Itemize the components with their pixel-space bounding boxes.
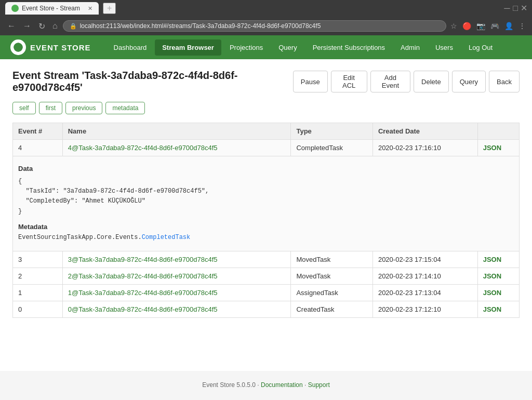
json-link-1[interactable]: JSON <box>483 289 501 297</box>
table-row: 1 1@Task-3a7daba9-872c-4f4d-8d6f-e9700d7… <box>13 284 520 301</box>
nav-links: self first previous metadata <box>12 102 520 114</box>
event-type-3: MovedTask <box>291 251 373 268</box>
data-content: { "TaskId": "3a7daba9-872c-4f4d-8d6f-e97… <box>18 175 514 219</box>
table-row: 0 0@Task-3a7daba9-872c-4f4d-8d6f-e9700d7… <box>13 301 520 317</box>
nav-query[interactable]: Query <box>271 39 304 56</box>
home-button[interactable]: ⌂ <box>50 20 60 32</box>
json-link-2[interactable]: JSON <box>483 272 501 280</box>
event-num-3: 3 <box>13 251 63 268</box>
address-bar[interactable]: 🔒 localhost:2113/web/index.html#/streams… <box>63 20 446 32</box>
event-date-4: 2020-02-23 17:16:10 <box>373 140 477 156</box>
event-json-4: JSON <box>477 140 519 156</box>
metadata-blue-part: CompletedTask <box>142 234 191 241</box>
query-button[interactable]: Query <box>452 71 486 92</box>
first-link[interactable]: first <box>39 102 62 114</box>
event-link-4[interactable]: 4@Task-3a7daba9-872c-4f4d-8d6f-e9700d78c… <box>68 144 218 152</box>
window-controls: ─ □ ✕ <box>504 5 527 11</box>
address-bar-row: ← → ↻ ⌂ 🔒 localhost:2113/web/index.html#… <box>0 17 532 35</box>
nav-items: Dashboard Stream Browser Projections Que… <box>107 39 500 56</box>
forward-button[interactable]: → <box>21 20 33 32</box>
event-link-3[interactable]: 3@Task-3a7daba9-872c-4f4d-8d6f-e9700d78c… <box>68 256 218 263</box>
extension-button-4[interactable]: 👤 <box>503 21 514 31</box>
json-link-3[interactable]: JSON <box>483 256 501 263</box>
browser-tab[interactable]: Event Store - Stream ✕ <box>5 2 99 15</box>
self-link[interactable]: self <box>12 102 36 114</box>
back-button[interactable]: ← <box>5 20 18 32</box>
col-actions <box>477 123 519 140</box>
event-num-4: 4 <box>13 140 63 156</box>
footer-text: Event Store 5.0.5.0 · <box>202 381 261 389</box>
back-nav-button[interactable]: Back <box>489 71 520 92</box>
event-json-2: JSON <box>477 268 519 284</box>
maximize-button[interactable]: □ <box>512 5 518 11</box>
col-type: Type <box>291 123 373 140</box>
footer-separator: · <box>304 381 308 389</box>
delete-button[interactable]: Delete <box>414 71 449 92</box>
minimize-button[interactable]: ─ <box>504 5 510 11</box>
browser-chrome: Event Store - Stream ✕ + ─ □ ✕ ← → ↻ ⌂ 🔒… <box>0 0 532 35</box>
nav-dashboard[interactable]: Dashboard <box>107 39 154 56</box>
action-buttons: Pause Edit ACL Add Event Delete Query Ba… <box>293 71 520 92</box>
col-name: Name <box>62 123 291 140</box>
json-link-0[interactable]: JSON <box>483 305 501 313</box>
nav-users[interactable]: Users <box>428 39 460 56</box>
toolbar-icons: ☆ 🔴 📷 🎮 👤 ⋮ <box>449 21 527 31</box>
table-header-row: Event # Name Type Created Date <box>13 123 520 140</box>
event-type-4: CompletedTask <box>291 140 373 156</box>
event-num-1: 1 <box>13 284 63 301</box>
events-table: Event # Name Type Created Date 4 4@Task-… <box>12 123 520 318</box>
event-name-0: 0@Task-3a7daba9-872c-4f4d-8d6f-e9700d78c… <box>62 301 291 317</box>
json-link-4[interactable]: JSON <box>483 144 501 152</box>
nav-persistent-subscriptions[interactable]: Persistent Subscriptions <box>305 39 392 56</box>
metadata-section: Metadata EventSourcingTaskApp.Core.Event… <box>18 223 514 243</box>
tab-close-button[interactable]: ✕ <box>88 5 92 12</box>
title-bar-left: Event Store - Stream ✕ + <box>5 2 116 15</box>
event-num-0: 0 <box>13 301 63 317</box>
edit-acl-button[interactable]: Edit ACL <box>331 71 367 92</box>
brand-inner <box>14 43 23 52</box>
event-json-0: JSON <box>477 301 519 317</box>
title-bar: Event Store - Stream ✕ + ─ □ ✕ <box>0 0 532 17</box>
close-button[interactable]: ✕ <box>521 5 527 11</box>
event-link-1[interactable]: 1@Task-3a7daba9-872c-4f4d-8d6f-e9700d78c… <box>68 289 218 297</box>
footer: Event Store 5.0.5.0 · Documentation · Su… <box>0 371 532 399</box>
expanded-data-cell: Data { "TaskId": "3a7daba9-872c-4f4d-8d6… <box>13 156 520 251</box>
data-section: Data { "TaskId": "3a7daba9-872c-4f4d-8d6… <box>18 165 514 219</box>
event-date-3: 2020-02-23 17:15:04 <box>373 251 477 268</box>
pause-button[interactable]: Pause <box>293 71 328 92</box>
event-date-1: 2020-02-23 17:13:04 <box>373 284 477 301</box>
nav-stream-browser[interactable]: Stream Browser <box>155 39 221 56</box>
metadata-link[interactable]: metadata <box>105 102 145 114</box>
event-name-4: 4@Task-3a7daba9-872c-4f4d-8d6f-e9700d78c… <box>62 140 291 156</box>
page-header: Event Stream 'Task-3a7daba9-872c-4f4d-8d… <box>12 70 520 94</box>
menu-button[interactable]: ⋮ <box>517 21 527 31</box>
documentation-link[interactable]: Documentation <box>261 381 303 389</box>
col-event-num: Event # <box>13 123 63 140</box>
extension-button-3[interactable]: 🎮 <box>489 21 500 31</box>
event-name-3: 3@Task-3a7daba9-872c-4f4d-8d6f-e9700d78c… <box>62 251 291 268</box>
event-json-1: JSON <box>477 284 519 301</box>
reload-button[interactable]: ↻ <box>36 20 47 32</box>
brand: EVENT STORE <box>10 39 91 55</box>
event-num-2: 2 <box>13 268 63 284</box>
nav-projections[interactable]: Projections <box>222 39 270 56</box>
event-date-0: 2020-02-23 17:12:10 <box>373 301 477 317</box>
nav-logout[interactable]: Log Out <box>461 39 500 56</box>
metadata-content: EventSourcingTaskApp.Core.Events.Complet… <box>18 233 514 243</box>
nav-admin[interactable]: Admin <box>393 39 427 56</box>
event-name-2: 2@Task-3a7daba9-872c-4f4d-8d6f-e9700d78c… <box>62 268 291 284</box>
event-link-0[interactable]: 0@Task-3a7daba9-872c-4f4d-8d6f-e9700d78c… <box>68 305 218 313</box>
add-event-button[interactable]: Add Event <box>370 71 410 92</box>
extension-button-2[interactable]: 📷 <box>475 21 486 31</box>
extension-button-1[interactable]: 🔴 <box>461 21 472 31</box>
event-name-1: 1@Task-3a7daba9-872c-4f4d-8d6f-e9700d78c… <box>62 284 291 301</box>
tab-favicon <box>11 5 19 12</box>
new-tab-button[interactable]: + <box>103 3 116 14</box>
bookmark-button[interactable]: ☆ <box>449 21 458 31</box>
previous-link[interactable]: previous <box>65 102 102 114</box>
event-link-2[interactable]: 2@Task-3a7daba9-872c-4f4d-8d6f-e9700d78c… <box>68 272 218 280</box>
event-date-2: 2020-02-23 17:14:10 <box>373 268 477 284</box>
tab-title: Event Store - Stream <box>22 5 80 12</box>
support-link[interactable]: Support <box>308 381 330 389</box>
brand-text: EVENT STORE <box>30 43 91 52</box>
